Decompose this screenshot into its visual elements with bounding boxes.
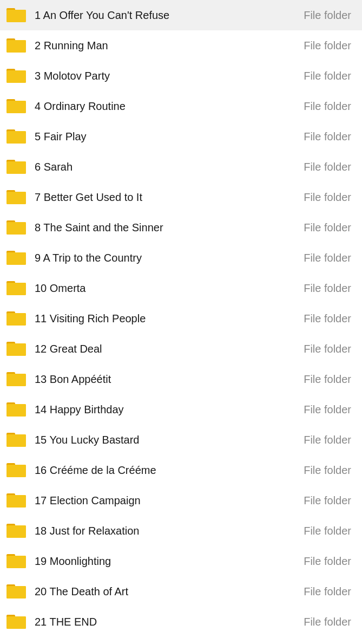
folder-icon bbox=[6, 461, 26, 479]
svg-rect-11 bbox=[6, 101, 26, 113]
file-row[interactable]: 19 MoonlightingFile folder bbox=[0, 546, 362, 576]
file-type: File folder bbox=[304, 586, 356, 598]
file-left: 16 Crééme de la Crééme bbox=[6, 461, 304, 479]
folder-icon bbox=[6, 249, 26, 267]
file-name: 4 Ordinary Routine bbox=[35, 100, 126, 113]
file-row[interactable]: 2 Running ManFile folder bbox=[0, 30, 362, 61]
svg-rect-53 bbox=[6, 525, 26, 538]
file-name: 5 Fair Play bbox=[35, 131, 87, 143]
file-name: 14 Happy Birthday bbox=[35, 404, 124, 416]
svg-rect-32 bbox=[6, 313, 26, 326]
folder-icon bbox=[6, 309, 26, 328]
svg-rect-47 bbox=[6, 465, 26, 477]
file-left: 15 You Lucky Bastard bbox=[6, 431, 304, 449]
file-row[interactable]: 9 A Trip to the CountryFile folder bbox=[0, 243, 362, 273]
svg-rect-38 bbox=[6, 374, 26, 386]
file-type: File folder bbox=[304, 373, 356, 386]
file-type: File folder bbox=[304, 191, 356, 204]
svg-rect-35 bbox=[6, 343, 26, 356]
file-left: 18 Just for Relaxation bbox=[6, 522, 304, 540]
file-row[interactable]: 11 Visiting Rich PeopleFile folder bbox=[0, 303, 362, 334]
file-name: 9 A Trip to the Country bbox=[35, 252, 142, 264]
file-row[interactable]: 12 Great DealFile folder bbox=[0, 334, 362, 364]
svg-rect-17 bbox=[6, 161, 26, 174]
file-left: 5 Fair Play bbox=[6, 127, 304, 146]
file-name: 13 Bon Appéétit bbox=[35, 373, 111, 386]
folder-icon bbox=[6, 279, 26, 297]
file-row[interactable]: 5 Fair PlayFile folder bbox=[0, 121, 362, 152]
file-type: File folder bbox=[304, 161, 356, 173]
file-left: 1 An Offer You Can't Refuse bbox=[6, 6, 304, 24]
svg-rect-29 bbox=[6, 283, 26, 295]
file-name: 11 Visiting Rich People bbox=[35, 313, 146, 325]
file-row[interactable]: 17 Election CampaignFile folder bbox=[0, 485, 362, 516]
file-name: 20 The Death of Art bbox=[35, 586, 128, 598]
file-row[interactable]: 20 The Death of ArtFile folder bbox=[0, 576, 362, 607]
file-name: 16 Crééme de la Crééme bbox=[35, 464, 156, 477]
folder-icon bbox=[6, 36, 26, 55]
file-type: File folder bbox=[304, 40, 356, 52]
svg-rect-20 bbox=[6, 192, 26, 204]
file-left: 3 Molotov Party bbox=[6, 67, 304, 85]
file-name: 17 Election Campaign bbox=[35, 495, 141, 507]
svg-rect-44 bbox=[6, 434, 26, 447]
file-row[interactable]: 21 THE ENDFile folder bbox=[0, 607, 362, 637]
file-left: 20 The Death of Art bbox=[6, 582, 304, 601]
file-row[interactable]: 1 An Offer You Can't RefuseFile folder bbox=[0, 0, 362, 30]
svg-rect-62 bbox=[6, 616, 26, 629]
file-row[interactable]: 14 Happy BirthdayFile folder bbox=[0, 394, 362, 425]
svg-rect-41 bbox=[6, 404, 26, 417]
file-name: 2 Running Man bbox=[35, 40, 108, 52]
file-type: File folder bbox=[304, 222, 356, 234]
file-row[interactable]: 4 Ordinary RoutineFile folder bbox=[0, 91, 362, 121]
file-left: 13 Bon Appéétit bbox=[6, 370, 304, 388]
file-left: 9 A Trip to the Country bbox=[6, 249, 304, 267]
file-type: File folder bbox=[304, 252, 356, 264]
file-row[interactable]: 8 The Saint and the SinnerFile folder bbox=[0, 212, 362, 243]
file-type: File folder bbox=[304, 616, 356, 628]
file-row[interactable]: 15 You Lucky BastardFile folder bbox=[0, 425, 362, 455]
folder-icon bbox=[6, 552, 26, 570]
file-left: 10 Omerta bbox=[6, 279, 304, 297]
folder-icon bbox=[6, 522, 26, 540]
svg-rect-8 bbox=[6, 70, 26, 83]
file-row[interactable]: 3 Molotov PartyFile folder bbox=[0, 61, 362, 91]
file-type: File folder bbox=[304, 495, 356, 507]
folder-icon bbox=[6, 400, 26, 419]
file-list: 1 An Offer You Can't RefuseFile folder 2… bbox=[0, 0, 362, 637]
folder-icon bbox=[6, 613, 26, 631]
svg-rect-2 bbox=[6, 10, 26, 22]
folder-icon bbox=[6, 6, 26, 24]
file-type: File folder bbox=[304, 343, 356, 355]
folder-icon bbox=[6, 97, 26, 115]
file-left: 4 Ordinary Routine bbox=[6, 97, 304, 115]
folder-icon bbox=[6, 582, 26, 601]
file-name: 7 Better Get Used to It bbox=[35, 191, 142, 204]
file-type: File folder bbox=[304, 70, 356, 82]
folder-icon bbox=[6, 431, 26, 449]
folder-icon bbox=[6, 127, 26, 146]
file-name: 3 Molotov Party bbox=[35, 70, 110, 82]
file-row[interactable]: 6 SarahFile folder bbox=[0, 152, 362, 182]
file-left: 11 Visiting Rich People bbox=[6, 309, 304, 328]
file-left: 12 Great Deal bbox=[6, 340, 304, 358]
file-name: 19 Moonlighting bbox=[35, 555, 111, 568]
file-row[interactable]: 7 Better Get Used to ItFile folder bbox=[0, 182, 362, 212]
file-row[interactable]: 13 Bon AppéétitFile folder bbox=[0, 364, 362, 394]
folder-icon bbox=[6, 370, 26, 388]
file-left: 2 Running Man bbox=[6, 36, 304, 55]
file-type: File folder bbox=[304, 464, 356, 477]
file-row[interactable]: 16 Crééme de la CréémeFile folder bbox=[0, 455, 362, 485]
svg-rect-23 bbox=[6, 222, 26, 235]
svg-rect-5 bbox=[6, 40, 26, 53]
file-row[interactable]: 18 Just for RelaxationFile folder bbox=[0, 516, 362, 546]
file-name: 15 You Lucky Bastard bbox=[35, 434, 139, 446]
file-row[interactable]: 10 OmertaFile folder bbox=[0, 273, 362, 303]
file-name: 10 Omerta bbox=[35, 282, 85, 295]
file-type: File folder bbox=[304, 282, 356, 295]
file-name: 1 An Offer You Can't Refuse bbox=[35, 9, 169, 22]
folder-icon bbox=[6, 340, 26, 358]
file-type: File folder bbox=[304, 100, 356, 113]
folder-icon bbox=[6, 158, 26, 176]
svg-rect-59 bbox=[6, 586, 26, 599]
